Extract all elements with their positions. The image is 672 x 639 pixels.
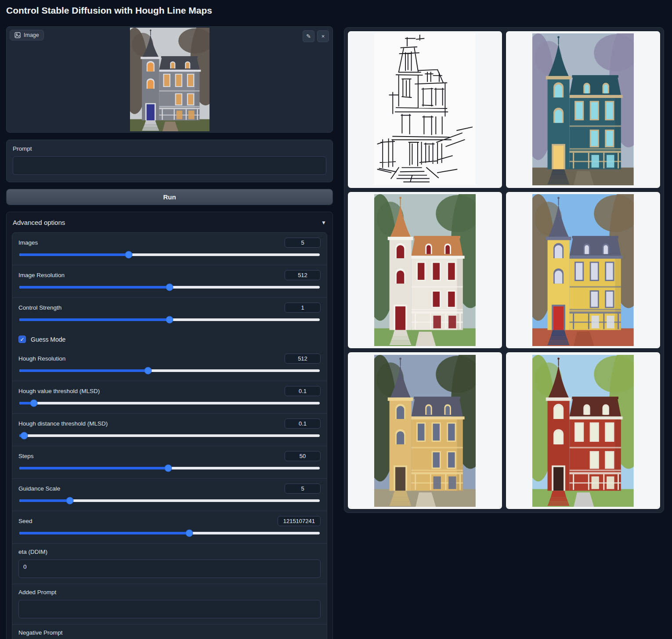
prompt-label: Prompt (13, 145, 326, 152)
slider-fill (19, 369, 148, 372)
slider-handle[interactable] (66, 497, 73, 505)
image-icon (14, 32, 21, 38)
gallery-painting-image[interactable] (374, 355, 476, 507)
slider-value-input[interactable]: 1 (285, 303, 321, 313)
slider-track[interactable] (19, 434, 320, 437)
gallery-item[interactable] (347, 191, 502, 349)
edit-pencil-icon: ✎ (306, 33, 311, 40)
edit-image-button[interactable]: ✎ (303, 30, 314, 42)
slider-handle[interactable] (20, 432, 28, 440)
uploaded-photo-wrap (7, 27, 332, 132)
slider-fill (19, 499, 70, 502)
gallery-item[interactable] (506, 352, 661, 509)
gallery-item[interactable] (506, 31, 661, 188)
textbox-label: Negative Prompt (18, 629, 321, 636)
advanced-options-accordion: Advanced options ▼ Images 5 Image Resolu… (6, 212, 333, 639)
slider-track[interactable] (19, 532, 320, 534)
chevron-down-icon: ▼ (321, 220, 326, 226)
slider-value-input[interactable]: 512 (285, 354, 321, 364)
slider-fill (19, 286, 170, 289)
gallery-painting-image[interactable] (532, 355, 634, 507)
image-label-badge: Image (10, 30, 44, 40)
slider-fill (19, 318, 170, 321)
slider-value-input[interactable]: 50 (285, 451, 321, 461)
slider-track[interactable] (19, 467, 320, 469)
slider-value-input[interactable]: 0.1 (285, 386, 321, 396)
slider-label: Images (18, 239, 38, 246)
slider-label: Steps (18, 453, 34, 459)
slider-label: Image Resolution (18, 272, 65, 278)
hough-line-map-image[interactable] (374, 33, 476, 185)
slider-track[interactable] (19, 402, 320, 404)
slider-track[interactable] (19, 318, 320, 321)
textbox-row: Negative Prompt (12, 624, 327, 639)
slider-label: Hough distance threshold (MLSD) (18, 420, 108, 427)
slider-row: Image Resolution 512 (12, 265, 327, 297)
slider-handle[interactable] (166, 284, 173, 291)
slider-row: Hough value threshold (MLSD) 0.1 (12, 381, 327, 413)
slider-label: Hough Resolution (18, 355, 65, 362)
slider-handle[interactable] (125, 251, 132, 259)
slider-value-input[interactable]: 512 (285, 270, 321, 280)
slider-handle[interactable] (164, 465, 172, 472)
checkbox-row[interactable]: Guess Mode (12, 330, 327, 349)
textbox-input[interactable] (18, 600, 321, 618)
slider-label: Hough value threshold (MLSD) (18, 388, 100, 394)
slider-track[interactable] (19, 499, 320, 502)
gallery-item[interactable] (347, 31, 502, 188)
slider-row: Seed 1215107241 (12, 511, 327, 543)
controls-column: Image ✎ × Prompt Run Advanced options ▼ (6, 26, 333, 639)
slider-label: Control Strength (18, 304, 61, 311)
image-label: Image (24, 32, 39, 38)
slider-track[interactable] (19, 369, 320, 372)
textbox-input[interactable] (18, 560, 321, 578)
advanced-options-form: Images 5 Image Resolution 512 Control St… (12, 232, 327, 639)
result-gallery (344, 27, 664, 513)
gallery-item[interactable] (347, 352, 502, 509)
slider-row: Images 5 (12, 233, 327, 265)
close-icon: × (322, 33, 325, 40)
slider-value-input[interactable]: 5 (285, 238, 321, 248)
slider-fill (19, 532, 189, 534)
gallery-item[interactable] (506, 191, 661, 349)
slider-label: Seed (18, 518, 33, 524)
textbox-row: Added Prompt (12, 584, 327, 624)
slider-fill (19, 253, 129, 256)
guess-mode-checkbox[interactable] (18, 336, 26, 343)
slider-fill (19, 467, 168, 469)
slider-row: Hough Resolution 512 (12, 349, 327, 381)
advanced-options-label: Advanced options (13, 219, 65, 226)
slider-handle[interactable] (145, 367, 152, 375)
run-button[interactable]: Run (6, 189, 333, 205)
input-image[interactable] (130, 28, 210, 131)
slider-track[interactable] (19, 253, 320, 256)
prompt-block: Prompt (6, 140, 333, 182)
textbox-row: eta (DDIM) (12, 543, 327, 584)
gallery-painting-image[interactable] (374, 194, 476, 346)
slider-value-input[interactable]: 1215107241 (278, 516, 321, 526)
textbox-label: Added Prompt (18, 589, 321, 596)
clear-image-button[interactable]: × (317, 30, 329, 42)
slider-handle[interactable] (186, 530, 193, 537)
slider-value-input[interactable]: 0.1 (285, 419, 321, 429)
gallery-painting-image[interactable] (532, 33, 634, 185)
slider-row: Guidance Scale 5 (12, 478, 327, 511)
image-upload-panel[interactable]: Image ✎ × (6, 26, 333, 133)
slider-label: Guidance Scale (18, 485, 60, 492)
slider-row: Control Strength 1 (12, 297, 327, 330)
slider-value-input[interactable]: 5 (285, 484, 321, 494)
slider-handle[interactable] (166, 316, 173, 324)
slider-handle[interactable] (30, 400, 37, 407)
slider-track[interactable] (19, 286, 320, 289)
textbox-label: eta (DDIM) (18, 549, 321, 555)
gallery-painting-image[interactable] (532, 194, 634, 346)
advanced-options-header[interactable]: Advanced options ▼ (7, 212, 332, 232)
gallery-grid (347, 31, 661, 509)
prompt-input[interactable] (13, 156, 326, 175)
slider-row: Steps 50 (12, 446, 327, 478)
slider-row: Hough distance threshold (MLSD) 0.1 (12, 413, 327, 446)
page-title: Control Stable Diffusion with Hough Line… (6, 5, 212, 16)
checkbox-label: Guess Mode (31, 336, 65, 343)
